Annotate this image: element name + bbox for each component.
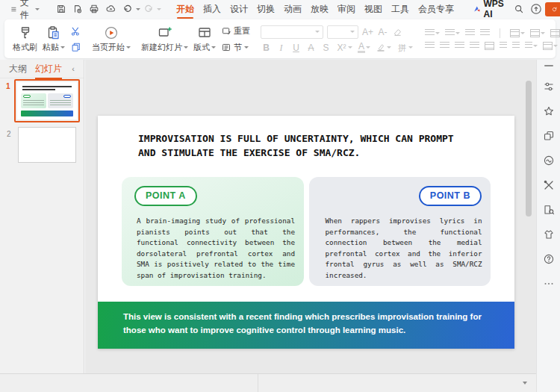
point-b-card[interactable]: POINT B When rappers improvises lyrics i… — [309, 177, 491, 286]
copy-button[interactable] — [70, 42, 81, 52]
strikethrough-button[interactable]: A — [305, 43, 317, 53]
point-b-pill[interactable]: POINT B — [419, 186, 482, 206]
scroll-down-arrow-icon[interactable] — [523, 382, 527, 385]
resource-search-icon[interactable] — [543, 204, 555, 216]
point-a-text[interactable]: A brain-imaging study of professional pi… — [137, 216, 295, 281]
decrease-indent-button[interactable] — [464, 29, 476, 37]
doodle-circle-icon[interactable] — [543, 155, 555, 167]
start-from-current-button[interactable]: 当页开始 — [92, 25, 131, 53]
line-spacing-inc-button[interactable] — [499, 42, 508, 49]
shapes-icon[interactable] — [543, 130, 555, 142]
tab-review[interactable]: 审阅 — [333, 1, 360, 17]
font-group: A+ A- B I U A S X² A 拼 — [255, 22, 419, 56]
line-spacing-button[interactable] — [524, 42, 538, 49]
slide-canvas[interactable]: IMPROVISATION IS FULL OF UNCERTAINTY, WH… — [98, 116, 514, 349]
undo-button[interactable] — [119, 4, 136, 14]
redo-chevron-icon[interactable] — [157, 8, 161, 10]
tab-slideshow[interactable]: 放映 — [306, 1, 333, 17]
decrease-font-button[interactable]: A- — [377, 27, 388, 37]
point-a-card[interactable]: POINT A A brain-imaging study of profess… — [122, 177, 304, 286]
tab-membership[interactable]: 会员专享 — [414, 1, 458, 17]
scrollbar-thumb[interactable] — [526, 81, 532, 217]
tab-design[interactable]: 设计 — [225, 1, 252, 17]
justify-button[interactable] — [469, 42, 480, 49]
more-dots-icon[interactable] — [543, 278, 555, 290]
cloud-sync-icon — [105, 4, 116, 14]
tab-view[interactable]: 视图 — [360, 1, 387, 17]
tab-home[interactable]: 开始 — [172, 1, 199, 17]
align-center-button[interactable] — [439, 42, 450, 49]
panel-collapse-button[interactable]: ‹ — [72, 64, 75, 73]
increase-indent-button[interactable] — [479, 29, 491, 37]
format-painter-button[interactable]: 格式刷 — [13, 25, 37, 53]
bullet-chevron-icon — [435, 32, 440, 34]
redo-button[interactable] — [140, 4, 157, 14]
tab-tools[interactable]: 工具 — [387, 1, 414, 17]
highlight-button[interactable] — [375, 43, 392, 52]
menu-bar: 文件 开始 插入 设计 切换 动画 放映 审阅 视图 工具 会员专享 WPS A… — [0, 0, 560, 18]
new-slide-button[interactable]: 新建幻灯片 — [141, 25, 188, 53]
slide-thumbnail-2[interactable] — [18, 127, 76, 163]
export-button[interactable] — [69, 4, 86, 14]
tools-icon[interactable] — [543, 179, 555, 191]
slide-title[interactable]: IMPROVISATION IS FULL OF UNCERTAINTY, WH… — [138, 131, 468, 160]
phonetic-button[interactable]: 拼 — [396, 43, 414, 53]
help-icon[interactable] — [543, 253, 555, 265]
point-b-text[interactable]: When rappers improvises lyrics in perfor… — [326, 216, 482, 281]
search-button[interactable] — [511, 4, 527, 14]
bottom-banner[interactable]: This view is consistent with a recent fi… — [98, 302, 514, 349]
increase-font-button[interactable]: A+ — [362, 27, 373, 37]
skin-clothes-icon[interactable] — [543, 228, 555, 240]
favorites-star-icon[interactable] — [543, 105, 555, 117]
paragraph-row-1 — [424, 28, 560, 38]
align-right-button[interactable] — [454, 42, 465, 49]
tab-transition[interactable]: 切换 — [252, 1, 279, 17]
text-direction-button[interactable] — [509, 29, 526, 37]
numbered-list-button[interactable] — [444, 29, 461, 37]
reset-button[interactable]: 重置 — [221, 25, 250, 37]
print-button[interactable] — [86, 4, 102, 14]
tab-insert[interactable]: 插入 — [199, 1, 225, 17]
settings-sliders-icon[interactable] — [543, 81, 555, 93]
share-button[interactable]: 分享 — [545, 2, 560, 16]
distribute-button[interactable] — [484, 42, 495, 50]
line-spacing-dec-button[interactable] — [511, 42, 520, 49]
save-button[interactable] — [53, 4, 69, 14]
shadow-button[interactable]: S — [320, 43, 332, 53]
italic-button[interactable]: I — [276, 43, 287, 53]
convert-smartart-button[interactable] — [550, 29, 560, 37]
underline-button[interactable]: U — [290, 43, 302, 53]
font-color-button[interactable]: A — [357, 43, 371, 53]
char-spacing-button[interactable] — [529, 29, 546, 37]
bold-button[interactable]: B — [261, 43, 272, 53]
tab-animation[interactable]: 动画 — [279, 1, 306, 17]
vertical-align-button[interactable] — [542, 42, 559, 50]
layout-chevron-icon — [211, 46, 216, 49]
section-button[interactable]: 节 — [221, 42, 250, 53]
paste-icon — [46, 25, 61, 40]
vertical-scrollbar[interactable] — [526, 60, 532, 373]
cut-button[interactable] — [70, 26, 81, 37]
cloud-upload-button[interactable] — [527, 3, 545, 15]
sidebar-collapse-icon[interactable] — [544, 65, 553, 66]
point-a-pill[interactable]: POINT A — [134, 186, 197, 206]
tab-slides[interactable]: 幻灯片 — [35, 63, 62, 75]
right-sidebar — [536, 60, 560, 392]
char-spacing-chevron-icon — [541, 32, 545, 34]
align-left-button[interactable] — [424, 42, 435, 49]
bullet-list-button[interactable] — [424, 29, 441, 37]
font-name-select[interactable] — [261, 25, 323, 39]
divider — [500, 28, 500, 38]
clear-format-icon[interactable] — [392, 27, 403, 37]
slide-thumbnail-1[interactable] — [14, 79, 80, 122]
tab-outline[interactable]: 大纲 — [9, 63, 27, 75]
superscript-button[interactable]: X² — [335, 43, 353, 53]
layout-button[interactable]: 版式 — [193, 25, 216, 53]
text-direction-chevron-icon — [520, 32, 525, 34]
export-icon — [72, 4, 83, 14]
wps-ai-button[interactable]: WPS AI — [469, 0, 511, 19]
paste-button[interactable]: 粘贴 — [43, 25, 65, 53]
font-size-select[interactable] — [327, 25, 358, 39]
file-menu[interactable]: 文件 — [7, 0, 43, 22]
cloud-sync-button[interactable] — [102, 4, 119, 14]
